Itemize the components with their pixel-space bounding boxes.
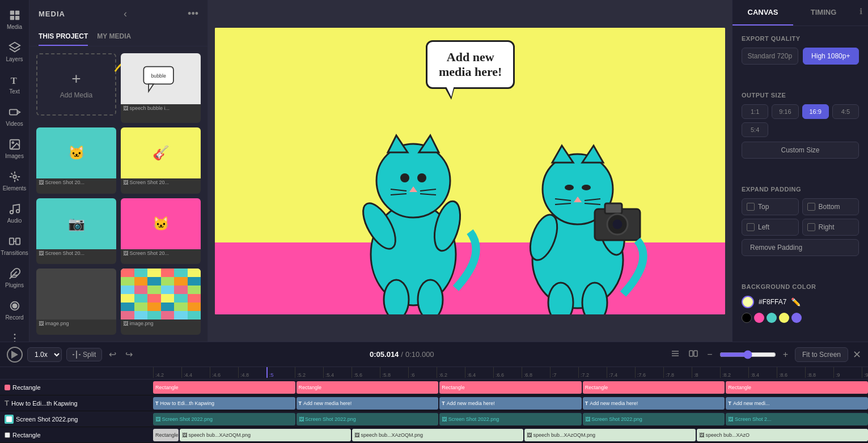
ruler-mark: :8.4 [748,367,777,378]
track-type-icon-text: T [5,399,9,407]
undo-button[interactable]: ↩ [107,347,118,362]
sidebar-item-elements[interactable]: Elements [1,166,28,196]
sidebar-item-plugins[interactable]: Plugins [1,263,28,293]
track-rect-item[interactable]: Rectangle [297,381,439,394]
size-16-9[interactable]: 16:9 [802,104,829,119]
left-sidebar: Media Layers T Text Videos Images Elemen… [0,0,29,342]
add-media-button[interactable]: + Add Media [36,53,116,116]
media-item-speech-bubble[interactable]: bubble 🖼 speech bubble i... [121,53,201,123]
tab-canvas[interactable]: CANVAS [732,0,793,25]
ruler-mark: :5.4 [323,367,352,378]
bg-color-current-swatch[interactable] [742,296,754,308]
size-options: 1:1 9:16 16:9 4:5 5:4 [742,104,859,137]
track-rect-item[interactable]: Rectangle [726,381,868,394]
size-9-16[interactable]: 9:16 [772,104,798,119]
media-item-screenshot-2[interactable]: 🎸 🖼 Screen Shot 20... [121,127,201,194]
sidebar-item-layers[interactable]: Layers [1,37,28,67]
snap-button[interactable] [668,347,682,363]
zoom-in-button[interactable]: + [781,347,790,362]
track-color-speech [5,432,10,438]
media-panel-more-button[interactable]: ••• [188,8,198,20]
track-text-item[interactable]: TAdd new medi... [726,397,868,410]
track-rect-item[interactable]: Rectangle [153,381,295,394]
canvas-area: Add newmedia here! [208,0,732,342]
track-rect-item[interactable]: Rectangle [439,381,582,394]
media-item-screenshot-4[interactable]: 🐱 🖼 Screen Shot 20... [121,198,201,265]
expand-padding-grid: Top Bottom Left Right [742,198,859,236]
bg-color-hex-display: #F8FFA7 [759,298,786,306]
sidebar-item-text[interactable]: T Text [1,69,28,99]
preset-teal[interactable] [767,313,777,323]
speech-bubble-text: Add newmedia here! [439,50,502,79]
size-1-1[interactable]: 1:1 [742,104,768,119]
size-5-4[interactable]: 5:4 [742,122,768,137]
expand-top-button[interactable]: Top [742,198,799,215]
quality-high[interactable]: High 1080p+ [803,48,859,65]
quality-standard[interactable]: Standard 720p [742,48,798,65]
tab-this-project[interactable]: THIS PROJECT [39,28,88,46]
svg-marker-30 [419,135,439,152]
media-item-label-5: 🖼 image.png [36,320,116,327]
expand-right-button[interactable]: Right [802,219,859,236]
media-item-image-2[interactable]: 🖼 image.png [121,269,201,335]
sidebar-item-images[interactable]: Images [1,134,28,164]
track-speech-item[interactable]: 🖼 speech bub...XAzOQM.png [524,429,696,441]
preset-pink[interactable] [754,313,764,323]
media-panel-close-button[interactable]: ‹ [124,8,127,20]
track-label-speech: Rectangle [0,432,153,438]
speed-select[interactable]: 1.0x [27,347,62,362]
track-rect-item[interactable]: Rectangle [583,381,725,394]
track-image-item[interactable]: 🖼 Screen Shot 2022.png [583,413,725,425]
fit-to-screen-button[interactable]: Fit to Screen [795,347,848,362]
output-size-title: OUTPUT SIZE [742,92,859,99]
media-item-label-3: 🖼 Screen Shot 20... [36,249,116,257]
media-item-screenshot-3[interactable]: 📷 🖼 Screen Shot 20... [36,198,116,265]
split-view-button[interactable] [687,347,700,363]
track-speech-rect[interactable]: Rectangle [153,429,179,441]
timeline-ruler: :4.2 :4.4 :4.6 :4.8 :5 :5.2 :5.4 :5.6 :5… [0,367,868,380]
track-image-item[interactable]: 🖼 Screen Shot 2022.png [153,413,295,425]
split-button[interactable]: Split [66,348,102,361]
track-image-item[interactable]: 🖼 Screen Shot 2... [726,413,868,425]
svg-point-28 [376,144,450,218]
size-4-5[interactable]: 4:5 [832,104,859,119]
sidebar-item-videos[interactable]: Videos [1,101,28,131]
expand-bottom-button[interactable]: Bottom [802,198,859,215]
track-image-item[interactable]: 🖼 Screen Shot 2022.png [439,413,582,425]
preset-purple[interactable] [791,313,802,323]
play-button[interactable] [7,347,23,363]
remove-padding-button[interactable]: Remove Padding [742,239,859,256]
track-speech-item[interactable]: 🖼 speech bub...XAzOQM.png [180,429,351,441]
track-speech-item[interactable]: 🖼 speech bub...XAzOQM.png [352,429,523,441]
bg-color-edit-icon[interactable]: ✏️ [791,297,801,306]
redo-button[interactable]: ↪ [123,347,135,362]
media-item-image-1[interactable]: 🖼 image.png [36,269,116,335]
svg-point-31 [400,173,409,182]
custom-size-button[interactable]: Custom Size [742,142,859,159]
track-text-item[interactable]: THow to Edi...th Kapwing [153,397,295,410]
expand-left-button[interactable]: Left [742,219,799,236]
sidebar-item-more[interactable]: More [1,327,28,342]
sidebar-item-audio[interactable]: Audio [1,198,28,228]
zoom-slider[interactable] [719,350,776,359]
track-text-item[interactable]: TAdd new media here! [297,397,439,410]
plus-icon: + [71,70,81,88]
ruler-mark: :6.6 [493,367,522,378]
zoom-out-button[interactable]: − [705,347,714,362]
track-text-item[interactable]: TAdd new media here! [439,397,582,410]
tab-my-media[interactable]: MY MEDIA [97,28,131,46]
track-speech-item[interactable]: 🖼 speech bub...XAzO [697,429,868,441]
track-image-item[interactable]: 🖼 Screen Shot 2022.png [297,413,439,425]
media-item-screenshot-1[interactable]: 🐱 🖼 Screen Shot 20... [36,127,116,194]
sidebar-item-transitions[interactable]: Transitions [1,231,28,261]
track-text-item[interactable]: TAdd new media here! [583,397,725,410]
sidebar-item-record[interactable]: Record [1,295,28,325]
preset-yellow[interactable] [779,313,789,323]
svg-point-59 [548,283,573,314]
sidebar-item-media[interactable]: Media [1,5,28,35]
close-timeline-button[interactable]: ✕ [853,348,861,361]
left-checkbox [747,223,755,231]
export-quality-title: EXPORT QUALITY [742,35,859,42]
preset-black[interactable] [742,313,752,323]
tab-timing[interactable]: TIMING [793,0,854,25]
